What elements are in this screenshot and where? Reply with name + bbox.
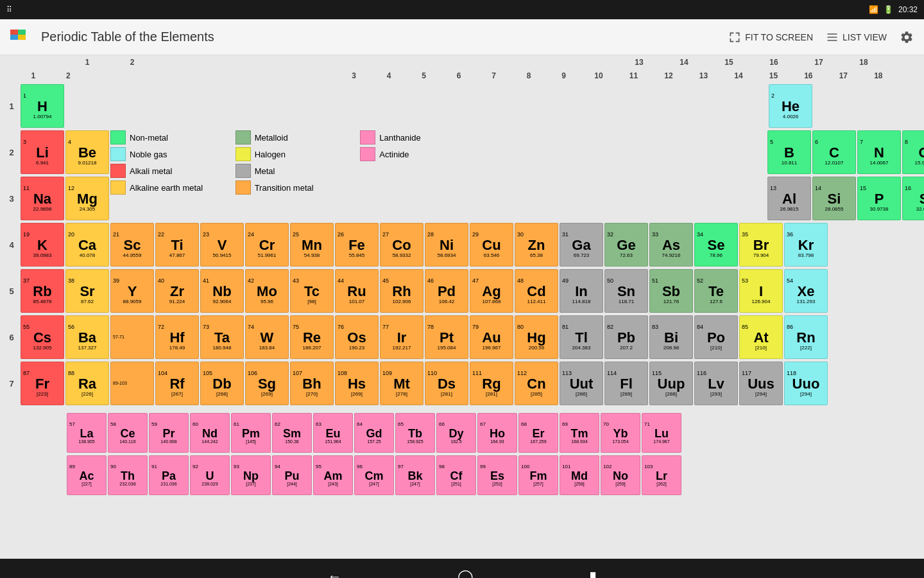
element-C[interactable]: 6C12.0107	[812, 130, 856, 174]
element-Ir[interactable]: 77Ir192.217	[380, 315, 424, 359]
element-La[interactable]: 57La138.905	[67, 413, 107, 453]
element-Zr[interactable]: 40Zr91.224	[155, 269, 199, 313]
element-Na[interactable]: 11Na22.9898	[21, 177, 64, 220]
element-Mo[interactable]: 42Mo95.96	[245, 269, 289, 313]
element-Cs[interactable]: 55Cs132.905	[21, 315, 64, 359]
element-Re[interactable]: 75Re186.207	[290, 315, 334, 359]
recents-button[interactable]: ▮	[589, 568, 597, 578]
element-Ac[interactable]: 89Ac[227]	[67, 455, 107, 495]
element-Rb[interactable]: 37Rb85.4678	[21, 269, 64, 313]
element-Rn[interactable]: 86Rn[222]	[784, 315, 828, 359]
element-Sn[interactable]: 50Sn118.71	[604, 269, 648, 313]
element-P[interactable]: 15P30.9738	[857, 177, 901, 220]
element-Sg[interactable]: 106Sg[269]	[245, 362, 289, 405]
element-Db[interactable]: 105Db[268]	[200, 362, 244, 405]
element-Bk[interactable]: 97Bk[247]	[395, 455, 435, 495]
element-O[interactable]: 8O15.9994	[902, 130, 924, 174]
element-Xe[interactable]: 54Xe131.293	[784, 269, 828, 313]
element-Te[interactable]: 52Te127.6	[694, 269, 738, 313]
element-Ru[interactable]: 44Ru101.07	[335, 269, 379, 313]
element-Fe[interactable]: 26Fe55.845	[335, 223, 379, 267]
element-Lv[interactable]: 116Lv[293]	[694, 362, 738, 405]
element-Pb[interactable]: 82Pb207.2	[604, 315, 648, 359]
element-Es[interactable]: 99Es[252]	[477, 455, 517, 495]
element-La-placeholder[interactable]: 57-71	[110, 315, 154, 359]
element-Hg[interactable]: 80Hg200.59	[515, 315, 558, 359]
element-He[interactable]: 2He4.0026	[769, 84, 812, 128]
element-Ra[interactable]: 88Ra[226]	[65, 362, 109, 405]
element-Cu[interactable]: 29Cu63.546	[470, 223, 513, 267]
element-Nd[interactable]: 60Nd144.242	[190, 413, 230, 453]
element-Si[interactable]: 14Si28.0855	[812, 177, 856, 220]
settings-button[interactable]	[900, 30, 914, 44]
element-Mg[interactable]: 12Mg24.305	[65, 177, 109, 220]
home-button[interactable]: ◯	[458, 568, 474, 578]
element-Ge[interactable]: 32Ge72.63	[604, 223, 648, 267]
element-As[interactable]: 33As74.9216	[649, 223, 693, 267]
element-Pr[interactable]: 59Pr140.908	[149, 413, 189, 453]
element-Al[interactable]: 13Al26.9815	[767, 177, 811, 220]
back-button[interactable]: ←	[328, 568, 342, 578]
element-Co[interactable]: 27Co58.9332	[380, 223, 424, 267]
element-Cr[interactable]: 24Cr51.9961	[245, 223, 289, 267]
element-Cf[interactable]: 98Cf[251]	[436, 455, 476, 495]
element-Ta[interactable]: 73Ta180.948	[200, 315, 244, 359]
element-Hs[interactable]: 108Hs[269]	[335, 362, 379, 405]
element-Ds[interactable]: 110Ds[281]	[425, 362, 468, 405]
element-Ga[interactable]: 31Ga69.723	[560, 223, 603, 267]
element-Pa[interactable]: 91Pa231.036	[149, 455, 189, 495]
element-Lu[interactable]: 71Lu174.967	[642, 413, 681, 453]
element-At[interactable]: 85At[210]	[739, 315, 783, 359]
element-Hf[interactable]: 72Hf178.49	[155, 315, 199, 359]
element-Ba[interactable]: 56Ba137.327	[65, 315, 109, 359]
element-Rf[interactable]: 104Rf[267]	[155, 362, 199, 405]
element-Np[interactable]: 93Np[237]	[231, 455, 271, 495]
element-K[interactable]: 19K39.0983	[21, 223, 64, 267]
element-Cn[interactable]: 112Cn[285]	[515, 362, 558, 405]
element-H[interactable]: 1H1.00794	[21, 84, 64, 128]
element-Eu[interactable]: 63Eu151.964	[313, 413, 353, 453]
element-Uus[interactable]: 117Uus[294]	[739, 362, 783, 405]
element-Uuo[interactable]: 118Uuo[294]	[784, 362, 828, 405]
element-S[interactable]: 16S32.065	[902, 177, 924, 220]
element-No[interactable]: 102No[259]	[601, 455, 640, 495]
element-Th[interactable]: 90Th232.038	[108, 455, 148, 495]
element-Uut[interactable]: 113Uut[286]	[560, 362, 603, 405]
element-In[interactable]: 49In114.818	[560, 269, 603, 313]
element-Mn[interactable]: 25Mn54.938	[290, 223, 334, 267]
element-Pu[interactable]: 94Pu[244]	[272, 455, 312, 495]
element-Er[interactable]: 68Er167.259	[518, 413, 558, 453]
element-Au[interactable]: 79Au196.967	[470, 315, 513, 359]
element-Mt[interactable]: 109Mt[278]	[380, 362, 424, 405]
element-Rg[interactable]: 111Rg[281]	[470, 362, 513, 405]
element-Ca[interactable]: 20Ca40.078	[65, 223, 109, 267]
element-I[interactable]: 53I126.904	[739, 269, 783, 313]
element-Ho[interactable]: 67Ho164.93	[477, 413, 517, 453]
element-Pt[interactable]: 78Pt195.084	[425, 315, 468, 359]
element-N[interactable]: 7N14.0067	[857, 130, 901, 174]
element-Kr[interactable]: 36Kr83.798	[784, 223, 828, 267]
element-Am[interactable]: 95Am[243]	[313, 455, 353, 495]
element-B[interactable]: 5B10.811	[767, 130, 811, 174]
element-Pd[interactable]: 46Pd106.42	[425, 269, 468, 313]
element-Y[interactable]: 39Y88.9059	[110, 269, 154, 313]
element-Cd[interactable]: 48Cd112.411	[515, 269, 558, 313]
element-Tm[interactable]: 69Tm168.934	[560, 413, 599, 453]
element-U[interactable]: 92U238.029	[190, 455, 230, 495]
element-Se[interactable]: 34Se78.96	[694, 223, 738, 267]
element-Po[interactable]: 84Po[210]	[694, 315, 738, 359]
element-Sr[interactable]: 38Sr87.62	[65, 269, 109, 313]
element-Li[interactable]: 3Li6.941	[21, 130, 64, 174]
element-Ac-placeholder[interactable]: 89-103	[110, 362, 154, 405]
element-Lr[interactable]: 103Lr[262]	[642, 455, 681, 495]
element-Md[interactable]: 101Md[258]	[560, 455, 599, 495]
element-Ni[interactable]: 28Ni58.6934	[425, 223, 468, 267]
element-Br[interactable]: 35Br79.904	[739, 223, 783, 267]
element-Nb[interactable]: 41Nb92.9064	[200, 269, 244, 313]
element-Be[interactable]: 4Be9.01218	[65, 130, 109, 174]
element-Pm[interactable]: 61Pm[145]	[231, 413, 271, 453]
element-Tl[interactable]: 81Tl204.383	[560, 315, 603, 359]
element-Yb[interactable]: 70Yb173.054	[601, 413, 640, 453]
element-Fl[interactable]: 114Fl[289]	[604, 362, 648, 405]
element-Sc[interactable]: 21Sc44.9559	[110, 223, 154, 267]
